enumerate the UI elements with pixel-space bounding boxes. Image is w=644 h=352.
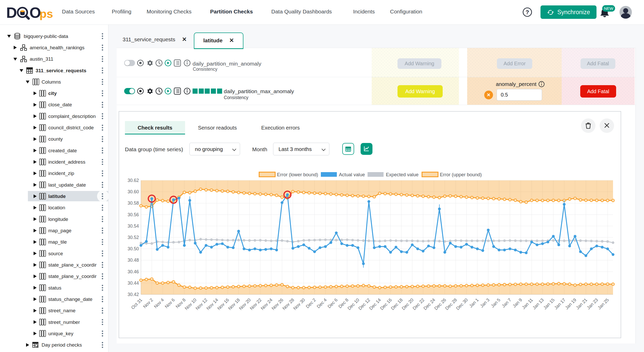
svg-text:Nov 14: Nov 14: [205, 297, 219, 311]
svg-text:Nov 16: Nov 16: [216, 297, 230, 311]
svg-text:Oct 31: Oct 31: [130, 297, 143, 310]
svg-text:30.48: 30.48: [128, 258, 139, 263]
svg-text:Dec 26: Dec 26: [433, 297, 447, 311]
svg-text:Nov 22: Nov 22: [249, 297, 263, 311]
svg-text:Jan 13: Jan 13: [531, 297, 545, 310]
svg-text:Nov 10: Nov 10: [184, 297, 198, 311]
svg-text:Dec 12: Dec 12: [357, 297, 371, 311]
svg-text:30.52: 30.52: [128, 235, 139, 240]
svg-text:Jan 5: Jan 5: [490, 297, 501, 309]
svg-text:Nov 24: Nov 24: [260, 297, 274, 311]
svg-text:Jan 21: Jan 21: [575, 297, 588, 310]
svg-text:30.60: 30.60: [128, 189, 139, 194]
svg-text:Jan 1: Jan 1: [468, 297, 480, 309]
svg-text:30.58: 30.58: [128, 201, 139, 206]
svg-text:Nov 28: Nov 28: [281, 297, 295, 311]
svg-text:30.56: 30.56: [128, 212, 139, 217]
svg-text:Nov 30: Nov 30: [292, 297, 306, 311]
svg-text:Dec 10: Dec 10: [346, 297, 360, 311]
svg-text:30.62: 30.62: [128, 178, 139, 183]
svg-text:Error (upper bound): Error (upper bound): [440, 172, 482, 177]
svg-text:30.54: 30.54: [128, 223, 139, 229]
svg-text:30.50: 30.50: [128, 246, 139, 251]
svg-text:Jan 7: Jan 7: [501, 297, 512, 309]
svg-text:Dec 4: Dec 4: [316, 297, 328, 309]
svg-text:Expected value: Expected value: [386, 172, 419, 177]
svg-text:Jan 11: Jan 11: [521, 297, 534, 310]
svg-text:Jan 23: Jan 23: [586, 297, 599, 310]
svg-text:Dec 14: Dec 14: [368, 297, 382, 311]
svg-text:Jan 15: Jan 15: [542, 297, 555, 310]
svg-text:30.42: 30.42: [128, 292, 139, 297]
svg-text:Jan 25: Jan 25: [597, 297, 610, 310]
svg-text:Dec 22: Dec 22: [412, 297, 425, 311]
svg-text:Actual value: Actual value: [339, 172, 365, 177]
svg-text:Dec 6: Dec 6: [327, 297, 338, 309]
svg-text:Jan 19: Jan 19: [564, 297, 577, 310]
svg-text:Dec 28: Dec 28: [444, 297, 458, 311]
svg-text:Dec 24: Dec 24: [423, 297, 436, 311]
svg-text:Jan 3: Jan 3: [479, 297, 490, 309]
svg-text:Dec 20: Dec 20: [401, 297, 415, 311]
svg-text:Nov 18: Nov 18: [227, 297, 241, 311]
svg-text:Dec 16: Dec 16: [379, 297, 393, 311]
svg-text:Jan 17: Jan 17: [553, 297, 566, 310]
svg-text:Dec 2: Dec 2: [305, 297, 317, 309]
svg-text:30.44: 30.44: [128, 281, 139, 286]
svg-text:Nov 4: Nov 4: [153, 297, 165, 309]
svg-text:30.46: 30.46: [128, 269, 139, 274]
svg-text:Nov 20: Nov 20: [238, 297, 252, 311]
svg-text:Error (lower bound): Error (lower bound): [277, 172, 318, 177]
svg-text:Dec 18: Dec 18: [390, 297, 404, 311]
svg-text:Nov 12: Nov 12: [195, 297, 208, 311]
svg-text:Nov 26: Nov 26: [271, 297, 284, 311]
svg-text:Dec 30: Dec 30: [455, 297, 469, 311]
svg-text:Nov 2: Nov 2: [142, 297, 154, 309]
svg-text:Nov 6: Nov 6: [164, 297, 176, 309]
